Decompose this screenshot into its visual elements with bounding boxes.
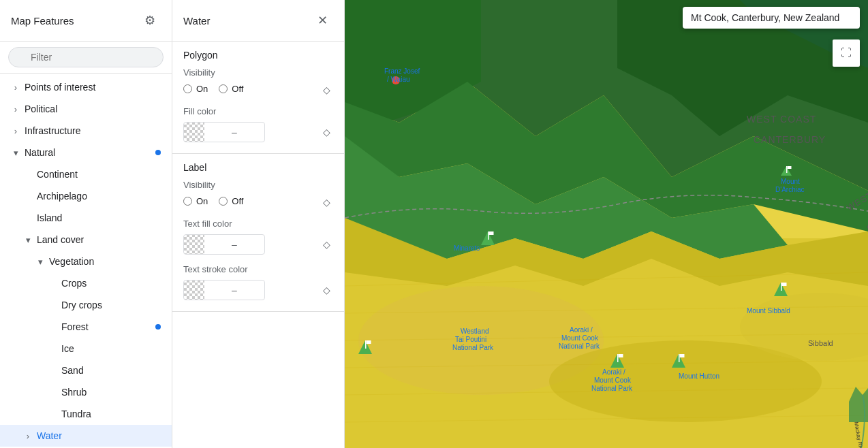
svg-rect-40	[782, 283, 787, 286]
svg-rect-57	[786, 166, 788, 173]
sidebar-item-ice[interactable]: Ice	[0, 338, 172, 359]
sidebar-item-label-ice: Ice	[61, 343, 161, 354]
svg-rect-58	[788, 166, 792, 169]
label-vis-diamond[interactable]: ◇	[320, 195, 333, 209]
chevron-infrastructure: ›	[11, 126, 20, 136]
sidebar-item-points-of-interest[interactable]: ›Points of interest	[0, 76, 172, 98]
sidebar-item-label-shrub: Shrub	[61, 387, 161, 398]
fill-color-diamond[interactable]: ◇	[320, 125, 333, 139]
sidebar-item-label-infrastructure: Infrastructure	[25, 125, 161, 136]
sidebar-item-natural[interactable]: ▾Natural	[0, 142, 172, 163]
polygon-visibility-row: On Off	[183, 84, 320, 94]
svg-rect-31	[367, 340, 371, 344]
svg-rect-30	[365, 340, 367, 349]
polygon-off-radio[interactable]: Off	[219, 84, 243, 94]
label-section-title: Label	[183, 162, 333, 173]
svg-rect-37	[680, 354, 685, 357]
label-visibility-row: On Off	[183, 196, 320, 206]
sidebar-item-label-land-cover: Land cover	[37, 234, 161, 245]
sidebar-header: Map Features ⚙	[0, 0, 172, 42]
close-button[interactable]: ✕	[311, 10, 333, 31]
gear-icon: ⚙	[144, 13, 155, 28]
sidebar-item-label-water: Water	[37, 430, 161, 441]
text-stroke-diamond[interactable]: ◇	[320, 283, 333, 297]
sidebar-item-shrub[interactable]: Shrub	[0, 381, 172, 403]
sidebar-item-island[interactable]: Island	[0, 207, 172, 229]
chevron-vegetation: ▾	[35, 257, 45, 267]
chevron-water: ›	[23, 431, 33, 441]
svg-text:D'Archiac: D'Archiac	[775, 186, 804, 193]
fill-color-label: Fill color	[183, 106, 333, 116]
sidebar-item-political[interactable]: ›Political	[0, 98, 172, 120]
sidebar-item-water[interactable]: ›Water	[0, 425, 172, 447]
detail-header: Water ✕	[172, 0, 344, 42]
sidebar-item-dry-crops[interactable]: Dry crops	[0, 294, 172, 316]
svg-text:Mount: Mount	[781, 178, 800, 185]
sidebar-item-continent[interactable]: Continent	[0, 163, 172, 185]
text-stroke-label: Text stroke color	[183, 264, 333, 274]
label-on-radio[interactable]: On	[183, 196, 208, 206]
chevron-natural: ▾	[11, 148, 20, 158]
sidebar-item-label-vegetation: Vegetation	[49, 256, 161, 267]
sidebar-item-label-crops: Crops	[61, 278, 161, 289]
filter-input[interactable]	[8, 47, 164, 67]
label-on-label: On	[196, 196, 208, 206]
svg-text:WEST COAST: WEST COAST	[747, 114, 816, 125]
sidebar-item-label-archipelago: Archipelago	[37, 191, 161, 202]
text-fill-swatch[interactable]: –	[183, 234, 265, 255]
dot-natural	[155, 150, 161, 155]
svg-text:Sibbald: Sibbald	[808, 339, 833, 347]
sidebar-item-label-dry-crops: Dry crops	[61, 300, 161, 310]
sidebar-item-crops[interactable]: Crops	[0, 272, 172, 294]
close-icon: ✕	[317, 13, 328, 28]
search-text: Mt Cook, Canterbury, New Zealand	[691, 12, 839, 23]
sidebar-item-vegetation[interactable]: ▾Vegetation	[0, 251, 172, 272]
svg-rect-39	[781, 283, 782, 291]
sidebar-item-infrastructure[interactable]: ›Infrastructure	[0, 120, 172, 142]
svg-text:National Park: National Park	[591, 385, 633, 392]
svg-rect-33	[617, 354, 619, 362]
sidebar-item-label-sand: Sand	[61, 365, 161, 376]
detail-title: Water	[183, 15, 210, 27]
nav-list: ›Points of interest›Political›Infrastruc…	[0, 74, 172, 448]
svg-text:Aoraki /: Aoraki /	[602, 368, 625, 376]
sidebar-item-tundra[interactable]: Tundra	[0, 403, 172, 425]
sidebar-title: Map Features	[11, 15, 74, 27]
sidebar-item-sand[interactable]: Sand	[0, 359, 172, 381]
svg-text:Franz Josef: Franz Josef	[384, 67, 420, 75]
label-off-radio[interactable]: Off	[219, 196, 243, 206]
sidebar-item-archipelago[interactable]: Archipelago	[0, 185, 172, 207]
text-fill-diamond[interactable]: ◇	[320, 238, 333, 251]
map-svg: WEST COAST WEST COAST CANTERBURY WEST CO…	[345, 0, 868, 448]
polygon-section-title: Polygon	[183, 50, 333, 61]
polygon-vis-diamond[interactable]: ◇	[320, 83, 333, 97]
fill-color-swatch[interactable]: –	[183, 122, 265, 142]
polygon-section: Polygon Visibility On Off ◇ Fill color –	[172, 42, 344, 154]
text-stroke-swatch[interactable]: –	[183, 280, 265, 300]
dot-forest	[155, 324, 161, 330]
detail-panel: Water ✕ Polygon Visibility On Off ◇ Fill…	[172, 0, 345, 448]
svg-text:Tai Poutini: Tai Poutini	[455, 336, 486, 343]
sidebar-item-forest[interactable]: Forest	[0, 316, 172, 338]
filter-bar: ≡	[0, 42, 172, 74]
map-area[interactable]: WEST COAST WEST COAST CANTERBURY WEST CO…	[345, 0, 868, 448]
svg-text:Mount Cook: Mount Cook	[561, 334, 599, 342]
polygon-on-label: On	[196, 84, 208, 94]
chevron-points-of-interest: ›	[11, 82, 20, 93]
svg-text:Mount Hutton: Mount Hutton	[679, 372, 719, 380]
polygon-on-radio[interactable]: On	[183, 84, 208, 94]
label-visibility-label: Visibility	[183, 180, 333, 190]
fullscreen-button[interactable]: ⛶	[833, 39, 860, 67]
svg-rect-36	[679, 354, 680, 362]
svg-text:National Park: National Park	[452, 344, 494, 351]
text-fill-checker	[184, 234, 204, 255]
svg-text:Minarets: Minarets	[454, 244, 480, 252]
search-bar[interactable]: Mt Cook, Canterbury, New Zealand	[683, 7, 860, 29]
sidebar-item-label-tundra: Tundra	[61, 409, 161, 419]
checker-pattern	[184, 122, 204, 142]
sidebar-item-land-cover[interactable]: ▾Land cover	[0, 229, 172, 251]
gear-button[interactable]: ⚙	[139, 10, 161, 31]
svg-rect-34	[619, 354, 623, 357]
svg-text:Mount Cook: Mount Cook	[594, 377, 632, 384]
sidebar-item-label-continent: Continent	[37, 169, 161, 180]
